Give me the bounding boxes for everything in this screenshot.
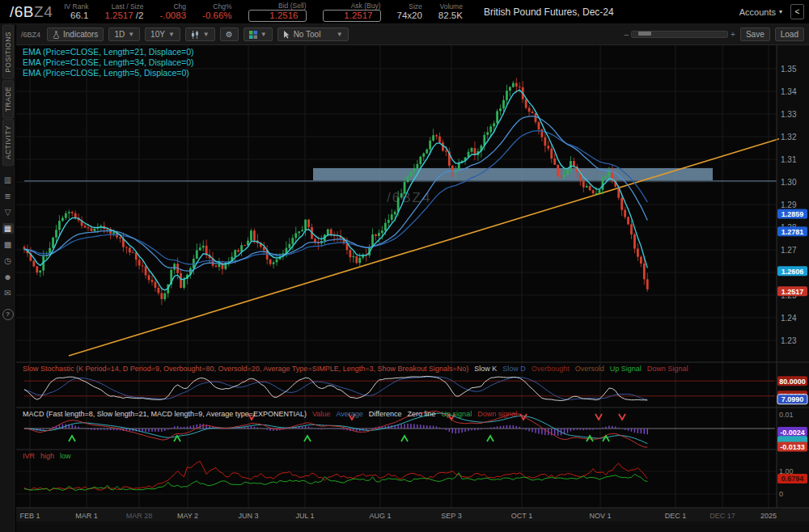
legend-item: MACD (Fast length=8, Slow length=21, MAC… xyxy=(23,410,307,418)
ask-box[interactable]: Ask (Buy) 1.2517 xyxy=(323,2,381,22)
study-labels[interactable]: EMA (Price=CLOSE, Length=21, Displace=0)… xyxy=(23,47,194,78)
load-button[interactable]: Load xyxy=(775,27,804,41)
symbol-ticker[interactable]: /6BZ4 xyxy=(10,3,53,21)
ivr-legend[interactable]: IVRhighlow xyxy=(23,452,77,460)
legend-item: Overbought xyxy=(532,365,570,373)
zoom-in-icon[interactable]: + xyxy=(731,30,735,39)
flask-icon xyxy=(53,31,60,39)
ivr-axis-label: 0 xyxy=(779,490,783,498)
time-axis-label: DEC 17 xyxy=(709,512,735,520)
chevron-down-icon: ▼ xyxy=(128,31,134,38)
axis-bubble-text: -0.0133 xyxy=(780,443,805,451)
drawing-tool-dropdown[interactable]: No Tool ▼ xyxy=(277,27,349,41)
legend-item: Up Signal xyxy=(610,365,642,373)
resistance-zone-drawing xyxy=(313,168,713,180)
trading-platform-window: /6BZ4 IV Rank 66.1 Last / Size 1.2517 /2… xyxy=(0,0,809,532)
chart-toolbar: /6BZ4 Indicators 1D▼ 10Y▼ ▼ ⚙ ▼ xyxy=(16,24,809,45)
time-axis-label: SEP 3 xyxy=(441,512,461,520)
zoom-out-icon[interactable]: – xyxy=(625,30,629,39)
legend-item: Average xyxy=(336,410,362,418)
time-axis-label: JUL 1 xyxy=(295,512,314,520)
cursor-icon xyxy=(283,31,290,39)
clock-icon[interactable]: ◷ xyxy=(2,255,14,266)
stat-size: Size 74x20 xyxy=(397,2,422,21)
time-axis-label: MAR 1 xyxy=(75,512,98,520)
left-sidebar: POSITIONSTRADEACTIVITY ▥≣▽▦▩◷☻✉? xyxy=(0,24,16,532)
candlestick-icon xyxy=(191,31,200,39)
toolbar-symbol: /6BZ4 xyxy=(21,31,40,39)
legend-item: Difference xyxy=(369,410,402,418)
ema-34-label[interactable]: EMA (Price=CLOSE, Length=34, Displace=0) xyxy=(23,57,194,68)
chevron-down-icon: ▼ xyxy=(337,31,343,38)
chevron-down-icon: ▼ xyxy=(168,31,175,38)
price-axis-label: 1.34 xyxy=(781,87,797,96)
zoom-slider-handle[interactable] xyxy=(638,32,651,36)
axis-bubble-text: 1.2517 xyxy=(781,288,804,296)
ema-5-label[interactable]: EMA (Price=CLOSE, Length=5, Displace=0) xyxy=(23,68,194,78)
indicators-button[interactable]: Indicators xyxy=(47,27,104,41)
charts-icon[interactable]: ▦ xyxy=(2,223,14,234)
price-chart-canvas[interactable]: /6BZ41.351.341.331.321.311.301.291.281.2… xyxy=(16,45,809,532)
price-axis-label: 1.24 xyxy=(781,314,797,323)
legend-item: Slow Stochastic (K Period=14, D Period=9… xyxy=(23,365,468,373)
sidebar-tab-activity[interactable]: ACTIVITY xyxy=(2,119,14,166)
chevron-down-icon: ▾ xyxy=(779,8,782,15)
collapse-panel-button[interactable]: < xyxy=(790,4,804,19)
accounts-dropdown[interactable]: Accounts ▾ xyxy=(739,7,782,17)
axis-bubble-text: -0.0024 xyxy=(780,429,805,437)
analyze-flask-icon[interactable]: ▽ xyxy=(2,207,14,217)
ema-21-label[interactable]: EMA (Price=CLOSE, Length=21, Displace=0) xyxy=(23,47,194,57)
chart-module: /6BZ4 Indicators 1D▼ 10Y▼ ▼ ⚙ ▼ xyxy=(16,24,809,532)
legend-item: Oversold xyxy=(575,365,604,373)
bid-box[interactable]: Bid (Sell) 1.2516 xyxy=(248,2,307,22)
grid-layout-icon[interactable]: ▩ xyxy=(2,239,14,250)
price-axis-label: 1.31 xyxy=(781,155,797,164)
quote-header: /6BZ4 IV Rank 66.1 Last / Size 1.2517 /2… xyxy=(0,0,809,24)
monitor-icon[interactable]: ▥ xyxy=(2,175,14,185)
community-icon[interactable]: ☻ xyxy=(2,272,14,282)
price-axis-label: 1.30 xyxy=(781,178,797,187)
time-axis-label: AUG 1 xyxy=(369,512,391,520)
timeframe-dropdown[interactable]: 1D▼ xyxy=(108,27,140,41)
axis-bubble-text: 0.6794 xyxy=(781,475,804,483)
colored-grid-icon xyxy=(249,31,257,39)
chart-type-dropdown[interactable]: ▼ xyxy=(185,27,215,41)
time-axis-label: NOV 1 xyxy=(589,512,611,520)
legend-item: Value xyxy=(312,410,330,418)
time-axis-label: MAR 28 xyxy=(126,512,153,520)
chart-area[interactable]: /6BZ41.351.341.331.321.311.301.291.281.2… xyxy=(16,45,809,532)
axis-bubble-text: 80.0000 xyxy=(779,378,806,386)
ask-value[interactable]: 1.2517 xyxy=(323,10,381,22)
chart-settings-button[interactable]: ⚙ xyxy=(220,27,239,41)
time-axis-label: 2025 xyxy=(760,512,777,520)
save-button[interactable]: Save xyxy=(740,27,770,41)
chat-icon[interactable]: ✉ xyxy=(2,288,14,298)
stat-last-size: Last / Size 1.2517 /2 xyxy=(104,2,143,21)
stat-volume: Volume 82.5K xyxy=(438,2,463,21)
symbol-suffix: Z4 xyxy=(34,3,53,20)
sidebar-tab-positions[interactable]: POSITIONS xyxy=(2,25,14,79)
time-axis-label: OCT 1 xyxy=(511,512,532,520)
axis-bubble-text: 7.0990 xyxy=(781,395,804,403)
bid-value[interactable]: 1.2516 xyxy=(248,10,307,22)
zoom-slider[interactable]: – + xyxy=(625,30,735,39)
time-axis-label: DEC 1 xyxy=(665,512,687,520)
legend-item: low xyxy=(60,452,71,460)
sidebar-tab-trade[interactable]: TRADE xyxy=(2,80,14,118)
legend-item: high xyxy=(40,452,54,460)
stochastic-legend[interactable]: Slow Stochastic (K Period=14, D Period=9… xyxy=(23,365,693,373)
zoom-slider-track[interactable] xyxy=(631,31,728,38)
legend-item: Slow D xyxy=(502,365,526,373)
watchlist-icon[interactable]: ≣ xyxy=(2,191,14,201)
stat-iv-rank: IV Rank 66.1 xyxy=(64,2,88,21)
price-axis-label: 1.32 xyxy=(781,133,797,141)
legend-item: IVR xyxy=(23,452,35,460)
chevron-down-icon: ▼ xyxy=(260,31,267,38)
macd-legend[interactable]: MACD (Fast length=8, Slow length=21, MAC… xyxy=(23,410,523,418)
symbol-root: /6B xyxy=(10,3,34,20)
time-axis-label: FEB 1 xyxy=(19,512,40,520)
layout-grid-dropdown[interactable]: ▼ xyxy=(244,27,273,41)
help-icon[interactable]: ? xyxy=(2,309,14,320)
price-axis-label: 1.27 xyxy=(781,246,797,255)
range-dropdown[interactable]: 10Y▼ xyxy=(145,27,180,41)
